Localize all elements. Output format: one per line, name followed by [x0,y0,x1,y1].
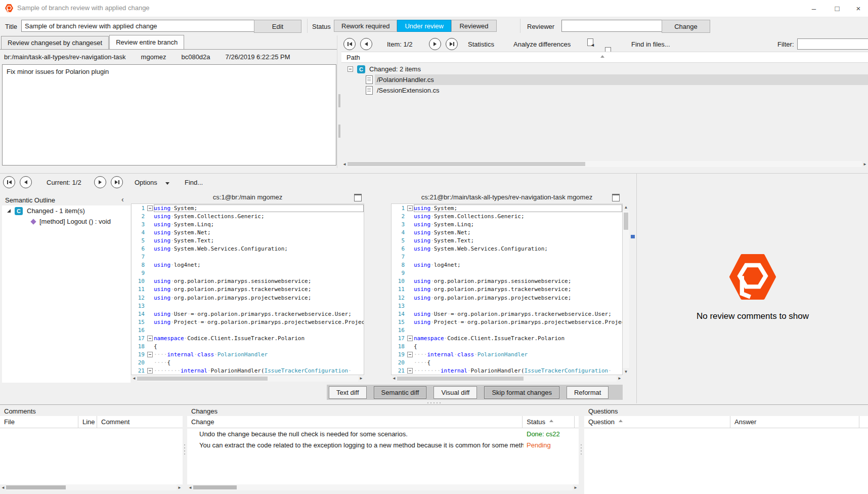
scroll-thumb[interactable] [348,162,585,166]
change-row-2[interactable]: You can extract the code related to the … [187,439,579,450]
diff-map-marker[interactable] [631,235,635,238]
close-button[interactable]: × [849,0,868,17]
export-diff-left-icon[interactable]: ◄ [587,38,594,47]
status-button-rework-required[interactable]: Rework required [334,20,397,32]
questions-column-question[interactable]: Question [584,416,730,428]
scroll-right-icon[interactable]: ► [617,375,623,382]
comments-column-file[interactable]: File [0,416,78,428]
change-reviewer-button[interactable]: Change [662,20,710,33]
code-line-3[interactable]: 3using·System.Linq; [132,220,364,228]
code-line-8[interactable]: 8using·log4net; [392,261,622,269]
scroll-left-icon[interactable]: ◄ [187,484,193,490]
diff-button-visual-diff[interactable]: Visual diff [433,386,477,399]
code-line-16[interactable]: 16 [392,326,622,334]
code-line-14[interactable]: 14using·User·=·org.polarion.primaryps.tr… [132,310,364,318]
fold-collapse-icon[interactable] [407,368,414,374]
questions-column-answer[interactable]: Answer [730,416,859,428]
previous-item-icon[interactable] [360,38,372,50]
fold-collapse-icon[interactable] [147,205,154,211]
options-menu-button[interactable]: Options [135,179,157,186]
code-line-5[interactable]: 5using·System.Text; [392,236,622,244]
code-line-17[interactable]: 17namespace·Codice.Client.IssueTracker.P… [392,335,622,343]
fold-collapse-icon[interactable] [147,352,154,357]
code-line-7[interactable]: 7 [392,253,622,261]
comments-hscrollbar[interactable]: ◄ ► [0,484,183,490]
next-item-icon[interactable] [429,38,441,50]
code-line-2[interactable]: 2using·System.Collections.Generic; [392,212,622,220]
comments-column-line[interactable]: Line [78,416,97,428]
code-line-9[interactable]: 9 [132,269,364,277]
minimize-button[interactable]: – [802,0,826,17]
left-code-hscrollbar[interactable]: ◄ ► [131,375,364,382]
scroll-right-icon[interactable]: ► [358,375,364,382]
code-line-5[interactable]: 5using·System.Text; [132,236,364,244]
maximize-button[interactable]: □ [826,0,849,17]
tab-review-changeset-by-changeset[interactable]: Review changeset by changeset [1,36,109,49]
code-line-15[interactable]: 15using·Project·=·org.polarion.primaryps… [392,318,622,326]
code-line-20[interactable]: 20····{ [132,359,364,367]
outline-root[interactable]: C Changed - 1 item(s) [2,205,131,216]
code-line-4[interactable]: 4using·System.Net; [392,228,622,236]
code-line-2[interactable]: 2using·System.Collections.Generic; [132,212,364,220]
path-file-row-sessionextension-cs[interactable]: /SessionExtension.cs [341,85,868,96]
scroll-right-icon[interactable]: ► [862,161,868,167]
first-item-icon[interactable] [343,38,356,50]
right-code-hscrollbar[interactable]: ◄ ► [391,375,623,382]
code-line-18[interactable]: 18{ [132,343,364,351]
comments-column-comment[interactable]: Comment [97,416,183,428]
edit-button[interactable]: Edit [254,20,301,33]
code-line-6[interactable]: 6using·System.Web.Services.Configuration… [392,244,622,253]
status-button-under-review[interactable]: Under review [397,20,451,32]
tab-review-entire-branch[interactable]: Review entire branch [109,35,184,49]
splitter-grip[interactable] [338,94,340,107]
splitter-grip2[interactable] [338,125,340,138]
code-line-13[interactable]: 13 [132,302,364,310]
questions-body[interactable] [584,428,868,494]
last-item-icon[interactable] [446,38,458,50]
vertical-splitter-grip[interactable] [184,444,185,455]
options-caret-icon[interactable] [165,182,169,185]
right-code-editor[interactable]: 1using·System;2using·System.Collections.… [391,203,623,375]
code-line-1[interactable]: 1using·System; [132,204,364,212]
scroll-left-icon[interactable]: ◄ [341,161,348,167]
scroll-left-icon[interactable]: ◄ [0,484,6,490]
diff-map-strip[interactable] [629,203,636,375]
branch-description-box[interactable]: Fix minor issues for Polarion plugin [2,64,336,166]
path-file-row-polarionhandler-cs[interactable]: /PolarionHandler.cs [341,74,868,85]
scroll-left-icon[interactable]: ◄ [131,375,137,382]
find-in-files-button[interactable]: Find in files... [631,40,670,48]
scroll-left-icon[interactable]: ◄ [391,375,397,382]
code-line-1[interactable]: 1using·System; [392,204,622,212]
code-line-21[interactable]: 21········internal·PolarionHandler(Issue… [132,367,364,375]
code-line-12[interactable]: 12using·org.polarion.primaryps.projectwe… [132,294,364,302]
scroll-right-icon[interactable]: ► [573,484,579,490]
review-title-input[interactable]: Sample of branch review with applied cha… [21,20,256,32]
code-line-19[interactable]: 19····internal·class·PolarionHandler [392,351,622,359]
code-line-17[interactable]: 17namespace·Codice.Client.IssueTracker.P… [132,335,364,343]
scroll-right-icon[interactable]: ► [177,484,183,490]
comments-body[interactable] [0,428,183,484]
fold-collapse-icon[interactable] [407,352,414,357]
scroll-down-icon[interactable]: ▼ [623,368,629,375]
code-line-14[interactable]: 14using·User·=·org.polarion.primaryps.tr… [392,310,622,318]
scroll-thumb[interactable] [137,377,268,381]
first-diff-icon[interactable] [3,176,15,188]
code-line-10[interactable]: 10using·org.polarion.primaryps.sessionwe… [132,277,364,285]
diff-button-text-diff[interactable]: Text diff [329,386,367,399]
filter-input[interactable] [797,38,868,50]
code-line-13[interactable]: 13 [392,302,622,310]
code-line-12[interactable]: 12using·org.polarion.primaryps.projectwe… [392,294,622,302]
code-line-8[interactable]: 8using·log4net; [132,261,364,269]
code-line-10[interactable]: 10using·org.polarion.primaryps.sessionwe… [392,277,622,285]
statistics-button[interactable]: Statistics [468,40,494,48]
expanded-node-icon[interactable] [7,209,11,213]
changes-column-status[interactable]: Status [523,416,575,428]
last-diff-icon[interactable] [111,176,123,188]
find-button[interactable]: Find... [185,179,203,186]
previous-diff-icon[interactable] [20,176,32,188]
code-line-21[interactable]: 21········internal·PolarionHandler(Issue… [392,367,622,375]
fold-collapse-icon[interactable] [407,205,414,211]
maximize-pane-icon[interactable] [354,194,362,201]
change-row-1[interactable]: Undo the change because the null check i… [187,428,579,439]
code-line-15[interactable]: 15using·Project·=·org.polarion.primaryps… [132,318,364,326]
